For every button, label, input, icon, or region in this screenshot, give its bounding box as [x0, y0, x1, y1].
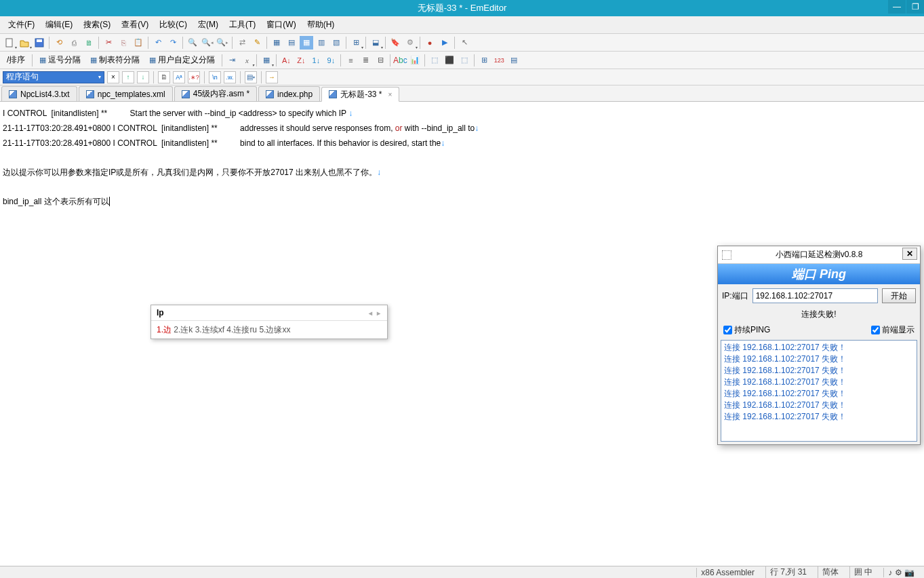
paste-button[interactable]: 📋: [132, 36, 145, 50]
ping-titlebar[interactable]: 小西端口延迟检测v0.8.8 ✕: [718, 246, 920, 264]
col-btn-3[interactable]: ⬚: [458, 54, 471, 67]
align-right-button[interactable]: ⊟: [374, 54, 387, 67]
preview-button[interactable]: 🗎: [82, 36, 96, 50]
user-sep-button[interactable]: 用户自定义分隔: [145, 53, 219, 67]
tb3-btn3[interactable]: .∗?: [188, 71, 200, 83]
statusbar: x86 Assembler 行 7,列 31 简体 囲 中 ♪ ⚙ 📷: [0, 566, 924, 578]
ping-log-line: 连接 192.168.1.102:27017 失败！: [724, 377, 914, 388]
align-center-button[interactable]: ≣: [359, 54, 372, 67]
svg-rect-2: [37, 39, 42, 42]
sort-desc-button[interactable]: Z↓: [294, 54, 308, 67]
abc-button[interactable]: Abc: [393, 54, 407, 67]
tab-4[interactable]: 无标题-33 *×: [321, 87, 399, 102]
ping-ip-label: IP:端口: [722, 290, 748, 302]
tab-3[interactable]: index.php: [258, 86, 320, 101]
csv-btn-1[interactable]: ⇥: [225, 54, 239, 67]
undo-button[interactable]: ↶: [151, 36, 165, 50]
col-btn-2[interactable]: ⬛: [443, 54, 456, 67]
menu-file[interactable]: 文件(F): [3, 17, 40, 33]
menu-help[interactable]: 帮助(H): [302, 17, 340, 33]
grid-button-1[interactable]: ▦: [270, 36, 283, 50]
chart-button[interactable]: 📊: [408, 54, 422, 67]
menu-macro[interactable]: 宏(M): [193, 17, 224, 33]
tab-2[interactable]: 45级内容.asm *: [174, 86, 257, 101]
ime-pager[interactable]: ◂ ▸: [369, 309, 382, 317]
filter-btn-1[interactable]: ⊞: [477, 54, 491, 67]
find-button[interactable]: 🔍: [186, 36, 199, 50]
tab-sep-button[interactable]: 制表符分隔: [86, 53, 144, 67]
tb3-close[interactable]: ×: [107, 71, 119, 83]
ping-log-line: 连接 192.168.1.102:27017 失败！: [724, 342, 914, 353]
ping-ip-input[interactable]: [752, 288, 878, 303]
save-button[interactable]: [33, 36, 46, 50]
align-left-button[interactable]: ≡: [344, 54, 357, 67]
tb3-btn7[interactable]: →: [266, 71, 278, 83]
editor-line: I CONTROL [initandlisten] ** Start the s…: [3, 106, 921, 121]
macro-rec-button[interactable]: ●: [423, 36, 437, 50]
tb3-btn6[interactable]: ▤▾: [245, 71, 257, 83]
grid-button-5[interactable]: ▧: [329, 36, 343, 50]
tb3-btn1[interactable]: 🗎: [158, 71, 170, 83]
menu-window[interactable]: 窗口(W): [261, 17, 301, 33]
menu-search[interactable]: 搜索(S): [78, 17, 116, 33]
open-file-button[interactable]: ▾: [18, 36, 31, 50]
ping-close-button[interactable]: ✕: [902, 248, 917, 260]
find-next-button[interactable]: 🔍▸: [216, 36, 229, 50]
menu-view[interactable]: 查看(V): [116, 17, 154, 33]
syntax-combo[interactable]: 程序语句▾: [3, 71, 104, 83]
ping-log[interactable]: 连接 192.168.1.102:27017 失败！ 连接 192.168.1.…: [721, 340, 917, 442]
ime-candidates[interactable]: 1.边 2.连k 3.连续xf 4.连接ru 5.边缘xx: [151, 321, 387, 339]
tb3-btn4[interactable]: \n: [209, 71, 221, 83]
redo-button[interactable]: ↷: [166, 36, 180, 50]
find-prev-button[interactable]: 🔍◂: [201, 36, 214, 50]
filter-btn-2[interactable]: 123: [492, 54, 506, 67]
minimize-button[interactable]: —: [888, 0, 906, 14]
replace-button[interactable]: ⇄: [235, 36, 249, 50]
menu-tools[interactable]: 工具(T): [224, 17, 261, 33]
grid-button-2[interactable]: ▤: [285, 36, 298, 50]
ping-start-button[interactable]: 开始: [882, 288, 916, 303]
compare-button[interactable]: ⬓▾: [369, 36, 382, 50]
bookmark-button[interactable]: 🔖: [388, 36, 402, 50]
ping-log-line: 连接 192.168.1.102:27017 失败！: [724, 400, 914, 411]
print-button[interactable]: ⎙: [67, 36, 81, 50]
tab-1[interactable]: npc_templates.xml: [79, 86, 173, 101]
tab-0[interactable]: NpcList4.3.txt: [1, 86, 77, 101]
ping-window[interactable]: 小西端口延迟检测v0.8.8 ✕ 端口 Ping IP:端口 开始 连接失败! …: [717, 246, 921, 445]
tab-close-icon[interactable]: ×: [388, 91, 393, 98]
comma-sep-button[interactable]: 逗号分隔: [35, 53, 85, 67]
tb3-btn2[interactable]: Aª: [173, 71, 185, 83]
col-btn-1[interactable]: ⬚: [428, 54, 441, 67]
copy-button[interactable]: ⎘: [117, 36, 130, 50]
menu-compare[interactable]: 比较(C): [154, 17, 193, 33]
sort-button[interactable]: /排序: [3, 53, 29, 67]
svg-rect-0: [6, 39, 12, 47]
csv-btn-3[interactable]: ▦▾: [260, 54, 273, 67]
sort-num2-button[interactable]: 9↓: [324, 54, 338, 67]
grid-button-3[interactable]: ▦: [300, 36, 313, 50]
menu-edit[interactable]: 编辑(E): [40, 17, 78, 33]
macro-play-button[interactable]: ▶: [438, 36, 451, 50]
csv-btn-2[interactable]: x▾: [240, 54, 254, 67]
tb3-btn5[interactable]: .w.: [224, 71, 236, 83]
tb3-down[interactable]: ↓: [137, 71, 149, 83]
arrow-button[interactable]: ↖: [458, 36, 471, 50]
editor-line: 21-11-17T03:20:28.491+0800 I CONTROL [in…: [3, 136, 921, 151]
reload-button[interactable]: ⟲: [52, 36, 66, 50]
status-misc: ♪ ⚙ 📷: [883, 568, 919, 577]
sort-asc-button[interactable]: A↓: [279, 54, 293, 67]
ping-options: 持续PING 前端显示: [718, 324, 920, 340]
tb3-up[interactable]: ↑: [122, 71, 134, 83]
filter-btn-3[interactable]: ▤: [507, 54, 521, 67]
settings-button[interactable]: ⚙▾: [403, 36, 417, 50]
window-button[interactable]: ⊞▾: [349, 36, 363, 50]
ping-continuous-checkbox[interactable]: 持续PING: [723, 324, 770, 336]
new-file-button[interactable]: ▾: [3, 36, 16, 50]
grid-button-4[interactable]: ▥: [315, 36, 328, 50]
ping-topmost-checkbox[interactable]: 前端显示: [871, 324, 915, 336]
goto-button[interactable]: ✎: [250, 36, 264, 50]
file-icon: [86, 90, 94, 98]
cut-button[interactable]: ✂: [102, 36, 115, 50]
sort-num-button[interactable]: 1↓: [309, 54, 323, 67]
maximize-button[interactable]: ❐: [906, 0, 924, 14]
